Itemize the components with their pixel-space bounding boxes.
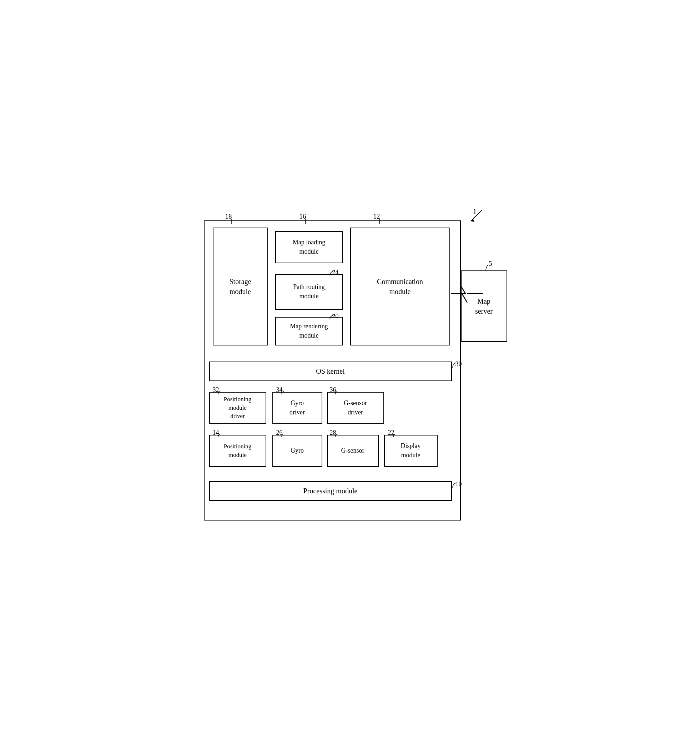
tick-12 xyxy=(378,219,381,224)
gsensor-label: G-sensor xyxy=(341,446,365,455)
tick-18 xyxy=(229,219,233,224)
tick-10 xyxy=(452,483,457,488)
gsensor-driver-box: G-sensordriver xyxy=(327,392,384,424)
os-kernel-label: OS kernel xyxy=(316,367,345,376)
tick-5 xyxy=(485,265,489,271)
display-module-label: Displaymodule xyxy=(401,442,421,460)
svg-line-0 xyxy=(472,210,482,220)
processing-module-label: Processing module xyxy=(303,487,358,495)
positioning-module-label: Positioningmodule xyxy=(224,442,251,460)
communication-module-label: Communicationmodule xyxy=(377,277,423,296)
gyro-label: Gyro xyxy=(291,446,304,455)
map-loading-module-box: Map loadingmodule xyxy=(275,231,343,263)
map-rendering-module-label: Map renderingmodule xyxy=(290,322,328,340)
map-loading-module-label: Map loadingmodule xyxy=(293,238,325,256)
gsensor-driver-label: G-sensordriver xyxy=(344,399,367,417)
display-module-box: Displaymodule xyxy=(384,435,438,467)
communication-module-box: Communicationmodule xyxy=(350,228,450,345)
lightning-connector xyxy=(451,281,483,306)
path-routing-module-box: Path routingmodule xyxy=(275,274,343,310)
storage-module-box: Storagemodule xyxy=(213,228,268,345)
positioning-module-box: Positioningmodule xyxy=(209,435,266,467)
gsensor-box: G-sensor xyxy=(327,435,379,467)
processing-module-box: Processing module xyxy=(209,481,452,501)
path-routing-module-label: Path routingmodule xyxy=(293,283,325,301)
arrow-1 xyxy=(461,206,490,224)
label-5: 5 xyxy=(489,260,492,268)
tick-16 xyxy=(304,219,307,224)
gyro-box: Gyro xyxy=(272,435,322,467)
gyro-driver-box: Gyrodriver xyxy=(272,392,322,424)
storage-module-label: Storagemodule xyxy=(229,277,251,296)
positioning-driver-label: Positioningmoduledriver xyxy=(224,395,251,420)
gyro-driver-label: Gyrodriver xyxy=(290,399,305,417)
diagram: 1 18 16 12 Storagemodule Communicationmo… xyxy=(190,199,511,538)
map-rendering-module-box: Map renderingmodule xyxy=(275,317,343,345)
tick-30 xyxy=(452,363,457,368)
os-kernel-box: OS kernel xyxy=(209,361,452,381)
positioning-driver-box: Positioningmoduledriver xyxy=(209,392,266,424)
